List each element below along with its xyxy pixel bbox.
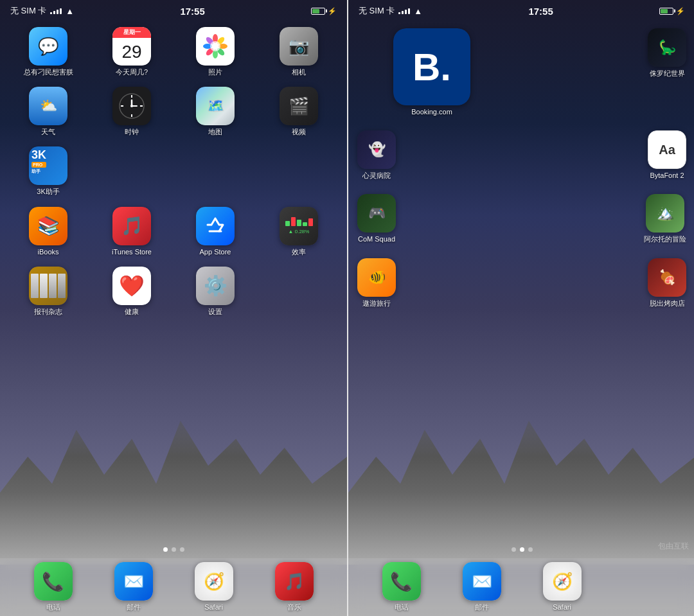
right-dock-icon-safari[interactable]: 🧭 xyxy=(543,562,582,601)
app-icon-booking[interactable]: B. xyxy=(393,28,470,105)
app-settings[interactable]: ⚙️ 设置 xyxy=(174,261,257,321)
left-status-bar: 无 SIM 卡 ▲ 17:55 ⚡ xyxy=(0,0,347,19)
dock-icon-mail[interactable]: ✉️ xyxy=(114,562,153,601)
left-apps-grid: 💬 总有刁民想害朕 星期一 29 今天周几? xyxy=(0,19,347,324)
right-dock-label-phone: 电话 xyxy=(395,603,409,612)
dock-phone[interactable]: 📞 电话 xyxy=(34,562,73,612)
spacer2 xyxy=(398,189,641,249)
left-signal xyxy=(50,8,62,14)
app-label-maps: 地图 xyxy=(208,128,222,136)
right-dock-icon-mail[interactable]: ✉️ xyxy=(463,562,501,601)
app-icon-camera[interactable]: 📷 xyxy=(280,27,318,66)
app-label-bytafont: BytaFont 2 xyxy=(650,172,684,180)
app-icon-jurassic[interactable]: 🦕 xyxy=(648,28,686,67)
app-icon-escape[interactable]: 🍖 xyxy=(648,258,686,297)
app-bytafont[interactable]: Aa BytaFont 2 xyxy=(645,125,689,185)
app-weather[interactable]: ⛅ 天气 xyxy=(6,82,90,141)
right-dot-3 xyxy=(528,547,533,552)
app-icon-alto[interactable]: 🏔️ xyxy=(646,194,684,233)
left-phone-screen: 无 SIM 卡 ▲ 17:55 ⚡ 💬 总有刁民想害朕 xyxy=(0,0,347,616)
app-jurassic[interactable]: 🦕 侏罗纪世界 xyxy=(645,23,689,121)
app-itunes[interactable]: 🎵 iTunes Store xyxy=(90,202,174,261)
dot-2 xyxy=(172,547,176,552)
app-icon-squad[interactable]: 🎮 xyxy=(357,194,396,233)
app-squad[interactable]: 🎮 CoM Squad xyxy=(355,189,398,249)
app-efficiency[interactable]: ▲ 0.28% 效率 xyxy=(257,202,341,261)
right-carrier: 无 SIM 卡 xyxy=(359,5,395,17)
app-icon-maps[interactable]: 🗺️ xyxy=(196,87,235,125)
app-icon-xinling[interactable]: 👻 xyxy=(357,130,396,169)
app-icon-efficiency[interactable]: ▲ 0.28% xyxy=(280,207,318,245)
app-messages[interactable]: 💬 总有刁民想害朕 xyxy=(6,22,90,82)
app-videos[interactable]: 🎬 视频 xyxy=(257,82,341,141)
app-appstore[interactable]: App Store xyxy=(174,202,257,261)
spacer3 xyxy=(398,253,645,313)
app-health[interactable]: ❤️ 健康 xyxy=(90,261,174,321)
right-row2: 👻 心灵病院 Aa BytaFont 2 xyxy=(355,125,689,185)
app-icon-weather[interactable]: ⛅ xyxy=(29,87,67,125)
dock-label-phone: 电话 xyxy=(46,603,60,612)
dock-safari[interactable]: 🧭 Safari xyxy=(195,562,233,612)
dock-icon-music[interactable]: 🎵 xyxy=(275,562,314,601)
app-icon-ibooks[interactable]: 📚 xyxy=(29,207,67,245)
left-battery-icon xyxy=(311,8,325,15)
app-alto[interactable]: 🏔️ 阿尔托的冒险 xyxy=(641,189,689,249)
dock-mail[interactable]: ✉️ 邮件 xyxy=(114,562,153,612)
app-label-youyou: 遨游旅行 xyxy=(362,299,391,308)
app-calendar[interactable]: 星期一 29 今天周几? xyxy=(90,22,174,82)
app-icon-newsstand[interactable] xyxy=(29,267,67,305)
dock-icon-phone[interactable]: 📞 xyxy=(34,562,73,601)
app-icon-itunes[interactable]: 🎵 xyxy=(112,207,151,245)
app-youyou[interactable]: 🐠 遨游旅行 xyxy=(355,253,398,313)
app-escape[interactable]: 🍖 脱出烤肉店 xyxy=(645,253,689,313)
app-label-calendar: 今天周几? xyxy=(116,68,148,76)
right-dock-label-mail: 邮件 xyxy=(475,603,489,612)
dock-label-music: 音乐 xyxy=(287,603,301,612)
left-bolt: ⚡ xyxy=(328,7,337,15)
app-camera[interactable]: 📷 相机 xyxy=(257,22,341,82)
app-icon-videos[interactable]: 🎬 xyxy=(280,87,318,125)
app-icon-messages[interactable]: 💬 xyxy=(29,27,67,66)
right-row4: 🐠 遨游旅行 🍖 脱出烤肉店 xyxy=(355,253,689,313)
dock-icon-safari[interactable]: 🧭 xyxy=(195,562,233,601)
dock-label-mail: 邮件 xyxy=(127,603,141,612)
right-dot-2 xyxy=(520,547,524,552)
app-icon-calendar[interactable]: 星期一 29 xyxy=(112,27,151,66)
app-label-itunes: iTunes Store xyxy=(112,248,152,256)
app-label-ibooks: iBooks xyxy=(37,248,58,256)
app-icon-youyou[interactable]: 🐠 xyxy=(357,258,396,297)
app-clock[interactable]: 时钟 xyxy=(90,82,174,141)
right-wifi-icon: ▲ xyxy=(414,6,422,16)
app-maps[interactable]: 🗺️ 地图 xyxy=(174,82,257,141)
app-icon-3k[interactable]: 3K PRO 助手 xyxy=(29,146,67,185)
app-photos[interactable]: 照片 xyxy=(174,22,257,82)
app-booking[interactable]: B. Booking.com xyxy=(355,23,509,121)
app-icon-clock[interactable] xyxy=(112,87,151,125)
right-dock-safari[interactable]: 🧭 Safari xyxy=(543,562,582,612)
app-ibooks[interactable]: 📚 iBooks xyxy=(6,202,90,261)
app-newsstand[interactable]: 报刊杂志 xyxy=(6,261,90,321)
app-label-3k: 3K助手 xyxy=(37,188,59,196)
right-row3: 🎮 CoM Squad 🏔️ 阿尔托的冒险 xyxy=(355,189,689,249)
dock-music[interactable]: 🎵 音乐 xyxy=(275,562,314,612)
app-icon-health[interactable]: ❤️ xyxy=(112,267,151,305)
right-signal xyxy=(398,8,410,14)
right-dot-1 xyxy=(512,547,516,552)
left-battery-fill xyxy=(312,9,319,13)
app-xinling[interactable]: 👻 心灵病院 xyxy=(355,125,398,185)
app-icon-settings[interactable]: ⚙️ xyxy=(196,267,235,305)
right-dock-phone[interactable]: 📞 电话 xyxy=(382,562,421,612)
app-icon-photos[interactable] xyxy=(196,27,235,66)
app-label-clock: 时钟 xyxy=(125,128,139,136)
right-dock-mail[interactable]: ✉️ 邮件 xyxy=(463,562,501,612)
app-icon-appstore[interactable] xyxy=(196,207,235,245)
app-label-efficiency: 效率 xyxy=(292,248,306,256)
right-battery-fill xyxy=(661,9,668,13)
app-icon-bytafont[interactable]: Aa xyxy=(648,130,686,169)
app-3k[interactable]: 3K PRO 助手 3K助手 xyxy=(6,141,90,201)
right-dock-icon-phone[interactable]: 📞 xyxy=(382,562,421,601)
right-time: 17:55 xyxy=(528,6,553,17)
app-label-booking: Booking.com xyxy=(411,108,452,116)
right-apps-container: B. Booking.com 🦕 侏罗纪世界 👻 心灵病院 xyxy=(348,19,694,321)
app-label-squad: CoM Squad xyxy=(358,235,395,243)
